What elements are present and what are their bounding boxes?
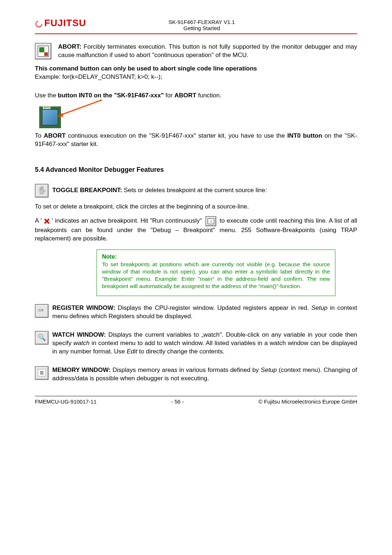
- abort-use-abort: ABORT: [175, 92, 196, 99]
- abort-bold-line: This command button can only be used to …: [35, 65, 257, 72]
- note-box: Note: To set breakpoints at positions wh…: [97, 250, 335, 296]
- memory-block: MEMORY WINDOW: Displays memory areas in …: [35, 366, 357, 383]
- abort-use-end: function.: [196, 92, 221, 99]
- abort-use-line: Use the button INT0 on the "SK-91F467-xx…: [35, 92, 357, 100]
- abort-use-post: for: [164, 92, 174, 99]
- brand-logo: FUJITSU: [35, 17, 86, 29]
- memory-title: MEMORY WINDOW:: [52, 366, 111, 373]
- toggle-p2b: ' indicates an active breakpoint. Hit "R…: [52, 217, 204, 224]
- footer-rule: [35, 396, 357, 396]
- register-text: Displays the CPU-register window. Update…: [115, 304, 311, 311]
- toggle-block: TOGGLE BREAKPOINT: Sets or deletes break…: [35, 184, 357, 198]
- svg-line-1: [60, 100, 102, 115]
- abort-icon: [35, 43, 52, 60]
- watch-window-icon: [35, 331, 49, 345]
- run-continuously-icon: [205, 216, 216, 226]
- toggle-title: TOGGLE BREAKPOINT:: [52, 187, 122, 194]
- abort-cont-b: ABORT: [44, 132, 65, 139]
- abort-example: Example: for(k=DELAY_CONSTANT; k>0; k--)…: [35, 73, 162, 80]
- toggle-p2a: A ': [35, 217, 42, 224]
- toggle-colon: :: [265, 187, 267, 194]
- page-header: FUJITSU SK-91F467-FLEXRAY V1.1 Getting S…: [35, 17, 357, 31]
- abort-cont-b2: INT0 button: [287, 132, 322, 139]
- svg-point-0: [36, 21, 42, 27]
- abort-block: ABORT: Forcibly terminates execution. Th…: [35, 43, 357, 60]
- watch-title: WATCH WINDOW:: [52, 331, 106, 338]
- watch-ital1: watch: [73, 340, 89, 347]
- abort-continuous: To ABORT continuous execution on the "SK…: [35, 132, 357, 149]
- toggle-line2: To set or delete a breakpoint, click the…: [35, 203, 357, 211]
- abort-cont-pre: To: [35, 132, 44, 139]
- header-titles: SK-91F467-FLEXRAY V1.1 Getting Started: [86, 19, 317, 31]
- toggle-text: Sets or deletes breakpoint at the curren…: [122, 187, 265, 194]
- register-ital: Setup: [311, 304, 327, 311]
- hand-icon: [35, 184, 49, 198]
- logo-swirl-icon: [35, 19, 43, 27]
- toggle-para2: A '' indicates an active breakpoint. Hit…: [35, 216, 357, 243]
- abort-use-bold: button INT0 on the "SK-91F467-xxx": [58, 92, 164, 99]
- abort-text1: Forcibly terminates execution. This butt…: [58, 43, 357, 58]
- memory-window-icon: [35, 366, 49, 380]
- brand-text: FUJITSU: [44, 17, 86, 29]
- abort-cont-mid: continuous execution on the "SK-91F467-x…: [66, 132, 287, 139]
- footer-right: © Fujitsu Microelectronics Europe GmbH: [258, 398, 357, 405]
- header-rule: [35, 33, 357, 34]
- abort-use-pre: Use the: [35, 92, 58, 99]
- doc-title: SK-91F467-FLEXRAY V1.1: [86, 19, 317, 25]
- abort-bold-block: This command button can only be used to …: [35, 65, 357, 81]
- register-title: REGISTER WINDOW:: [52, 304, 115, 311]
- page-footer: FMEMCU-UG-910017-11 - 56 - © Fujitsu Mic…: [35, 396, 357, 405]
- footer-left: FMEMCU-UG-910017-11: [35, 398, 97, 405]
- register-window-icon: [35, 304, 49, 318]
- footer-center: - 56 -: [171, 398, 184, 405]
- watch-block: WATCH WINDOW: Displays the current varia…: [35, 331, 357, 356]
- note-title: Note:: [102, 254, 330, 260]
- doc-subtitle: Getting Started: [86, 25, 317, 31]
- chip-icon: INT0: [39, 106, 61, 128]
- chip-label: INT0: [43, 106, 50, 109]
- breakpoint-x-icon: [43, 218, 50, 225]
- watch-text3: to directly change the contents.: [137, 348, 224, 355]
- section-5-4-heading: 5.4 Advanced Monitor Debugger Features: [35, 166, 357, 174]
- abort-title: ABORT:: [58, 43, 81, 50]
- arrow-icon: [57, 99, 104, 117]
- note-text: To set breakpoints at positions which ar…: [102, 261, 330, 290]
- register-block: REGISTER WINDOW: Displays the CPU-regist…: [35, 304, 357, 321]
- chip-illustration: INT0: [35, 106, 357, 128]
- watch-ital2: Edit: [127, 348, 137, 355]
- memory-ital: Setup: [261, 366, 277, 373]
- memory-text1: Displays memory areas in various formats…: [111, 366, 261, 373]
